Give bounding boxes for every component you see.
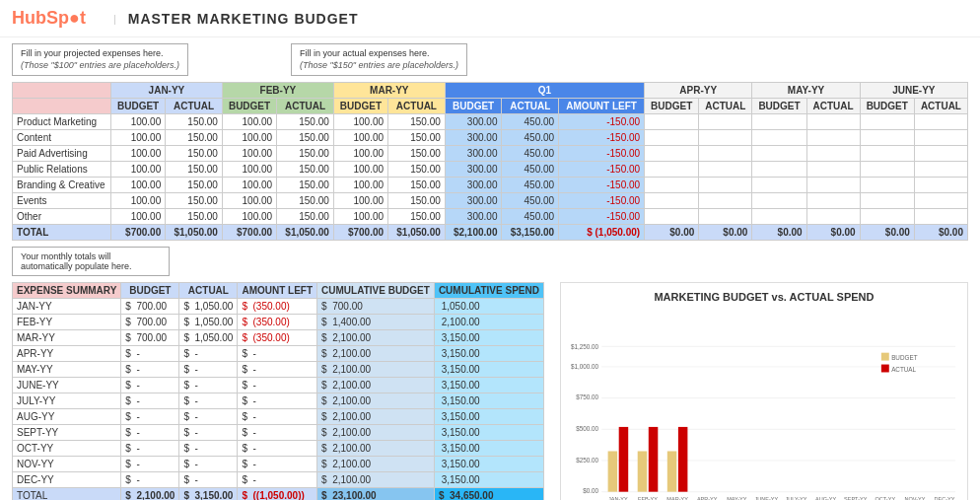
- monthly-note: Your monthly totals will automatically p…: [12, 247, 170, 276]
- es-row-label: DEC-YY: [13, 472, 121, 488]
- jun-actual-cell: [914, 130, 967, 146]
- es-total-cum-budget: $ 23,100.00: [317, 488, 435, 500]
- logo-text: HubSp●t: [12, 8, 86, 29]
- es-cum-spend: 3,150.00: [434, 393, 543, 409]
- q1-left-cell: -150.00: [559, 146, 645, 162]
- es-left: $ -: [238, 441, 317, 457]
- total-may-a: $0.00: [806, 225, 860, 241]
- apr-budget-cell: [645, 209, 699, 225]
- budget-row: Product Marketing 100.00 150.00 100.00 1…: [13, 114, 968, 130]
- es-actual: $ 1,050.00: [179, 299, 238, 315]
- q1-budget-cell: 300.00: [445, 178, 502, 193]
- es-left-header: AMOUNT LEFT: [238, 283, 317, 299]
- mar-actual-cell: 150.00: [388, 162, 446, 178]
- jan-budget-header: BUDGET: [111, 99, 166, 114]
- expense-row: JULY-YY $ - $ - $ - $ 2,100.00 3,150.00: [13, 393, 544, 409]
- total-q1-a: $3,150.00: [502, 225, 559, 241]
- q1-actual-cell: 450.00: [502, 178, 559, 193]
- es-left: $ -: [238, 378, 317, 393]
- mar-budget-cell: 100.00: [333, 146, 387, 162]
- es-actual: $ -: [179, 425, 238, 441]
- es-actual: $ -: [179, 409, 238, 425]
- row-label: Product Marketing: [13, 114, 111, 130]
- budget-section: JAN-YY FEB-YY MAR-YY Q1 APR-YY MAY-YY JU…: [0, 82, 980, 241]
- q1-budget-cell: 300.00: [445, 146, 502, 162]
- bottom-section: EXPENSE SUMMARY BUDGET ACTUAL AMOUNT LEF…: [0, 282, 980, 500]
- q1-budget-header: BUDGET: [445, 99, 502, 114]
- q1-left-cell: -150.00: [559, 178, 645, 193]
- es-row-label: NOV-YY: [13, 457, 121, 472]
- q1-header: Q1: [445, 83, 644, 99]
- q1-actual-cell: 450.00: [502, 114, 559, 130]
- total-feb-b: $700.00: [222, 225, 276, 241]
- may-actual-cell: [806, 114, 860, 130]
- may-actual-cell: [806, 146, 860, 162]
- feb-actual-cell: 150.00: [277, 178, 334, 193]
- es-row-label: JAN-YY: [13, 299, 121, 315]
- may-budget-cell: [752, 114, 806, 130]
- legend-budget-icon: [881, 353, 889, 361]
- apr-actual-cell: [699, 209, 752, 225]
- es-left: $ -: [238, 346, 317, 362]
- jun-actual-header: ACTUAL: [914, 99, 967, 114]
- es-total-cum-spend: $ 34,650.00: [434, 488, 543, 500]
- svg-text:$1,250.00: $1,250.00: [571, 343, 599, 350]
- mar-actual-cell: 150.00: [388, 193, 446, 209]
- total-mar-b: $700.00: [333, 225, 387, 241]
- svg-text:MAR-YY: MAR-YY: [666, 497, 688, 500]
- es-row-label: FEB-YY: [13, 315, 121, 330]
- category-header: [13, 83, 111, 99]
- es-cum-spend: 1,050.00: [434, 299, 543, 315]
- may-actual-cell: [806, 209, 860, 225]
- jan-budget-bar: [608, 452, 618, 492]
- total-q1-left: $ (1,050.00): [559, 225, 645, 241]
- total-feb-a: $1,050.00: [277, 225, 334, 241]
- total-may-b: $0.00: [752, 225, 806, 241]
- q1-left-cell: -150.00: [559, 162, 645, 178]
- feb-budget-cell: 100.00: [222, 209, 276, 225]
- svg-text:JULY-YY: JULY-YY: [786, 497, 807, 500]
- q1-left-cell: -150.00: [559, 209, 645, 225]
- may-budget-cell: [752, 130, 806, 146]
- mar-actual-cell: 150.00: [388, 209, 446, 225]
- budget-chart: $0.00 $250.00 $500.00 $750.00 $1,000.00 …: [569, 311, 959, 500]
- es-budget-header: BUDGET: [121, 283, 179, 299]
- es-total-label: TOTAL: [13, 488, 121, 500]
- legend-budget-text: BUDGET: [891, 354, 918, 361]
- jun-header: JUNE-YY: [860, 83, 967, 99]
- q1-actual-header: ACTUAL: [502, 99, 559, 114]
- jan-budget-cell: 100.00: [111, 114, 166, 130]
- q1-actual-cell: 450.00: [502, 209, 559, 225]
- jan-actual-cell: 150.00: [166, 162, 223, 178]
- apr-actual-cell: [699, 193, 752, 209]
- es-cum-budget: $ 2,100.00: [317, 393, 435, 409]
- es-cum-spend: 3,150.00: [434, 441, 543, 457]
- es-cum-budget: $ 2,100.00: [317, 457, 435, 472]
- expense-row: JUNE-YY $ - $ - $ - $ 2,100.00 3,150.00: [13, 378, 544, 393]
- es-cum-budget: $ 2,100.00: [317, 472, 435, 488]
- es-row-label: OCT-YY: [13, 441, 121, 457]
- budget-row: Content 100.00 150.00 100.00 150.00 100.…: [13, 130, 968, 146]
- mar-actual-cell: 150.00: [388, 114, 446, 130]
- es-left: $ -: [238, 425, 317, 441]
- actual-instruction: Fill in your actual expenses here. (Thos…: [291, 43, 467, 76]
- expense-row: FEB-YY $ 700.00 $ 1,050.00 $ (350.00) $ …: [13, 315, 544, 330]
- es-cum-spend: 3,150.00: [434, 362, 543, 378]
- jan-header: JAN-YY: [111, 83, 223, 99]
- mar-actual-cell: 150.00: [388, 130, 446, 146]
- jan-actual-cell: 150.00: [166, 114, 223, 130]
- jan-actual-cell: 150.00: [166, 146, 223, 162]
- projected-instruction: Fill in your projected expenses here. (T…: [12, 43, 188, 76]
- feb-actual-bar: [649, 427, 659, 492]
- mar-budget-cell: 100.00: [333, 193, 387, 209]
- es-cum-budget: $ 2,100.00: [317, 362, 435, 378]
- es-row-label: JULY-YY: [13, 393, 121, 409]
- jun-budget-header: BUDGET: [860, 99, 914, 114]
- total-q1-b: $2,100.00: [445, 225, 502, 241]
- es-left: $ -: [238, 409, 317, 425]
- svg-text:FEB-YY: FEB-YY: [638, 497, 658, 500]
- mar-actual-header: ACTUAL: [388, 99, 446, 114]
- es-budget: $ -: [121, 346, 179, 362]
- apr-budget-cell: [645, 178, 699, 193]
- feb-actual-cell: 150.00: [277, 209, 334, 225]
